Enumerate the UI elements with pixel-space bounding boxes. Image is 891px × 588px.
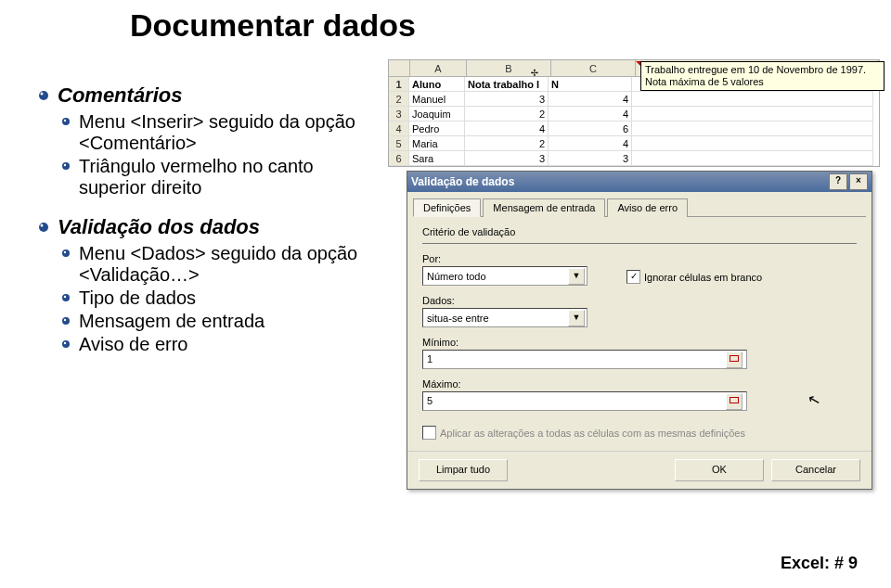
cell[interactable]: Manuel [409,92,465,107]
bullet-item: Triângulo vermelho no canto superior dir… [61,156,362,198]
bullet-comments: Comentários [37,83,362,108]
cell[interactable]: Maria [409,136,465,151]
bullet-validation: Validação dos dados [37,215,362,239]
bullet-icon [37,89,50,102]
close-button[interactable]: × [849,173,868,190]
svg-point-15 [64,342,66,344]
min-label: Mínimo: [422,337,857,348]
ok-button[interactable]: OK [675,459,764,481]
dialog-tabs: Definições Mensagem de entrada Aviso de … [413,198,866,217]
cell[interactable]: 3 [465,92,549,107]
dialog-title: Validação de dados [411,175,514,188]
data-select[interactable]: situa-se entre ▼ [422,308,588,327]
table-row: 4 Pedro 4 6 [389,121,879,136]
cell[interactable]: 2 [465,107,549,121]
cell[interactable]: 6 [549,121,632,136]
tab-input-message[interactable]: Mensagem de entrada [483,198,605,217]
cell-cursor-icon: ✢ [531,65,538,79]
svg-point-3 [64,120,66,121]
svg-point-9 [64,251,66,253]
bullet-text: Menu <Inserir> seguido da opção <Comentá… [79,111,362,154]
bullet-item: Menu <Dados> seguido da opção <Validação… [61,243,362,286]
data-label: Dados: [422,295,589,306]
bullet-text: Mensagem de entrada [79,311,265,332]
apply-all-label: Aplicar as alterações a todas as células… [440,428,745,439]
bullet-item: Aviso de erro [61,334,362,355]
cell[interactable] [632,151,873,166]
min-value: 1 [427,351,433,368]
bullet-icon [37,221,50,234]
cell[interactable]: Pedro [409,121,465,136]
chevron-down-icon[interactable]: ▼ [568,268,585,285]
allow-select[interactable]: Número todo ▼ [422,266,588,286]
cell[interactable]: Aluno [409,77,465,92]
svg-point-11 [64,296,66,298]
table-row: 3 Joaquim 2 4 [389,107,879,121]
range-picker-icon[interactable] [726,393,742,410]
svg-point-1 [41,93,44,96]
cell[interactable]: Nota trabalho I [465,77,549,92]
tooltip-line: Nota máxima de 5 valores [645,76,880,88]
chevron-down-icon[interactable]: ▼ [568,310,585,326]
bullet-text: Tipo de dados [79,288,196,309]
svg-point-13 [64,319,66,321]
bullet-item: Menu <Inserir> seguido da opção <Comentá… [61,111,362,154]
ignore-blank-checkbox[interactable]: ✓ [626,270,640,284]
col-header-a[interactable]: A [410,60,467,77]
bullet-icon [61,293,71,303]
cell[interactable]: 3 [465,151,549,166]
bullet-icon [61,316,71,326]
cell[interactable]: 2 [465,136,549,151]
cell[interactable]: 4 [465,121,549,136]
help-button[interactable]: ? [829,173,847,190]
svg-point-2 [62,118,70,125]
slide-footer: Excel: # 9 [781,554,858,573]
clear-all-button[interactable]: Limpar tudo [419,459,508,481]
svg-point-0 [39,91,48,100]
comment-tooltip: Trabalho entregue em 10 de Novembro de 1… [640,61,885,91]
ignore-blank-label: Ignorar células em branco [644,272,762,283]
table-row: 2 Manuel 3 4 [389,92,879,107]
cell[interactable]: 3 [549,151,632,166]
svg-point-6 [39,223,48,232]
bullet-heading: Comentários [58,83,182,108]
cell[interactable] [632,121,873,136]
svg-point-10 [62,294,70,301]
cell[interactable]: 4 [549,107,632,121]
svg-point-7 [41,224,44,227]
svg-point-5 [64,164,66,166]
col-header-c[interactable]: C [551,60,636,77]
data-value: situa-se entre [427,313,568,324]
validation-dialog: Validação de dados ? × Definições Mensag… [407,171,872,490]
por-label: Por: [422,253,589,264]
max-value: 5 [427,392,433,410]
cell[interactable]: 4 [549,136,632,151]
cell[interactable] [632,92,873,107]
max-input[interactable]: 5 [422,391,747,411]
apply-all-checkbox[interactable] [422,426,436,440]
range-picker-icon[interactable] [726,352,742,368]
cancel-button[interactable]: Cancelar [771,459,860,481]
cell[interactable]: N [549,77,632,92]
cell[interactable]: Sara [409,151,465,166]
svg-point-4 [62,162,70,170]
dialog-titlebar[interactable]: Validação de dados ? × [407,172,872,192]
tab-definitions[interactable]: Definições [413,198,481,217]
tab-error-alert[interactable]: Aviso de erro [607,198,688,217]
bullet-icon [61,161,71,172]
cell[interactable]: 4 [549,92,632,107]
criterion-label: Critério de validação [422,226,857,237]
svg-point-12 [62,317,70,325]
min-input[interactable]: 1 [422,350,747,369]
bullet-content: Comentários Menu <Inserir> seguido da op… [37,74,362,357]
max-label: Máximo: [422,378,857,390]
bullet-heading: Validação dos dados [58,215,260,239]
table-row: 6 Sara 3 3 [389,151,879,166]
cell[interactable] [632,107,873,121]
col-header-b[interactable]: B [467,60,551,77]
cell[interactable]: Joaquim [409,107,465,121]
cell[interactable] [632,136,873,151]
bullet-text: Aviso de erro [79,334,187,355]
bullet-icon [61,249,71,259]
bullet-icon [61,339,71,350]
